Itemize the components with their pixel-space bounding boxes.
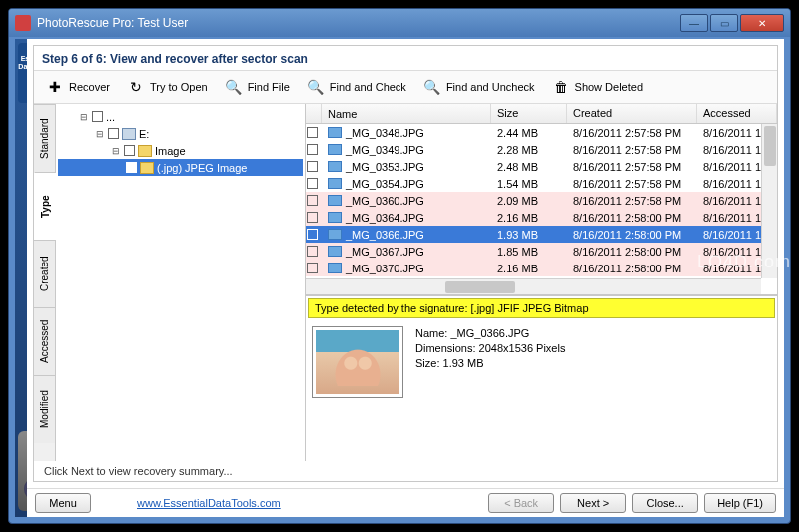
file-created: 8/16/2011 2:57:58 PM xyxy=(567,127,697,139)
checkbox[interactable] xyxy=(108,128,119,139)
scroll-thumb[interactable] xyxy=(764,126,776,166)
window-title: PhotoRescue Pro: Test User xyxy=(37,16,680,30)
file-icon xyxy=(328,127,342,138)
vertical-tabs: Standard Type Created Accessed Modified xyxy=(34,104,56,461)
checkbox[interactable] xyxy=(307,161,318,172)
file-created: 8/16/2011 2:57:58 PM xyxy=(567,144,697,156)
show-deleted-button[interactable]: 🗑 Show Deleted xyxy=(544,74,651,100)
find-uncheck-label: Find and Uncheck xyxy=(446,81,535,93)
col-size[interactable]: Size xyxy=(491,104,567,123)
file-icon xyxy=(328,263,342,273)
try-to-open-button[interactable]: ↻ Try to Open xyxy=(119,74,215,100)
maximize-button[interactable]: ▭ xyxy=(710,14,738,32)
folder-icon xyxy=(138,145,152,157)
app-window: PhotoRescue Pro: Test User — ▭ ✕ Essenti… xyxy=(8,8,791,524)
collapse-icon[interactable]: ⊟ xyxy=(94,129,105,139)
find-and-check-button[interactable]: 🔍 Find and Check xyxy=(299,74,413,100)
show-deleted-icon: 🗑 xyxy=(551,77,571,97)
tree-jpeg-node[interactable]: (.jpg) JPEG Image xyxy=(58,159,303,176)
table-row[interactable]: _MG_0364.JPG2.16 MB8/16/2011 2:58:00 PM8… xyxy=(306,209,777,226)
horizontal-scrollbar[interactable] xyxy=(306,278,761,294)
file-created: 8/16/2011 2:58:00 PM xyxy=(567,229,697,241)
file-created: 8/16/2011 2:57:58 PM xyxy=(567,178,697,190)
titlebar[interactable]: PhotoRescue Pro: Test User — ▭ ✕ xyxy=(9,9,790,37)
checkbox[interactable] xyxy=(126,162,137,173)
find-and-uncheck-button[interactable]: 🔍 Find and Uncheck xyxy=(415,74,542,100)
tree-drive[interactable]: ⊟ E: xyxy=(58,125,303,142)
close-button[interactable]: Close... xyxy=(632,493,698,513)
checkbox[interactable] xyxy=(307,229,318,240)
table-row[interactable]: _MG_0353.JPG2.48 MB8/16/2011 2:57:58 PM8… xyxy=(306,158,777,175)
app-icon xyxy=(15,15,31,31)
checkbox[interactable] xyxy=(307,246,318,257)
table-header[interactable]: Name Size Created Accessed xyxy=(306,104,777,124)
table-row[interactable]: _MG_0349.JPG2.28 MB8/16/2011 2:57:58 PM8… xyxy=(306,141,777,158)
file-created: 8/16/2011 2:58:00 PM xyxy=(567,212,697,224)
tree-root[interactable]: ⊟ ... xyxy=(58,108,303,125)
wizard-step-title: Step 6 of 6: View and recover after sect… xyxy=(34,46,777,71)
col-name[interactable]: Name xyxy=(322,104,491,123)
tab-created[interactable]: Created xyxy=(34,240,55,307)
file-size: 1.85 MB xyxy=(491,246,567,258)
tab-accessed[interactable]: Accessed xyxy=(34,307,55,375)
checkbox[interactable] xyxy=(92,111,103,122)
collapse-icon[interactable]: ⊟ xyxy=(78,112,89,122)
tree-jpeg-label: (.jpg) JPEG Image xyxy=(157,162,247,174)
file-icon xyxy=(328,178,342,189)
minimize-button[interactable]: — xyxy=(680,14,708,32)
table-row[interactable]: _MG_0360.JPG2.09 MB8/16/2011 2:57:58 PM8… xyxy=(306,192,777,209)
file-name: _MG_0353.JPG xyxy=(346,161,424,173)
tree-image-label: Image xyxy=(155,145,186,157)
checkbox[interactable] xyxy=(307,144,318,155)
client-area: Essential Data Tools PhotoRescue Pro Ste… xyxy=(15,39,784,517)
tree-image-folder[interactable]: ⊟ Image xyxy=(58,142,303,159)
col-accessed[interactable]: Accessed xyxy=(697,104,777,123)
website-link[interactable]: www.EssentialDataTools.com xyxy=(137,497,281,509)
window-close-button[interactable]: ✕ xyxy=(740,14,784,32)
next-button[interactable]: Next > xyxy=(560,493,626,513)
file-size: 1.93 MB xyxy=(491,229,567,241)
checkbox[interactable] xyxy=(307,195,318,206)
find-file-button[interactable]: 🔍 Find File xyxy=(217,74,297,100)
table-body[interactable]: _MG_0348.JPG2.44 MB8/16/2011 2:57:58 PM8… xyxy=(306,124,777,294)
file-icon xyxy=(328,161,342,172)
file-name: _MG_0348.JPG xyxy=(346,127,424,139)
back-button[interactable]: < Back xyxy=(488,493,554,513)
file-size: 2.44 MB xyxy=(491,127,567,139)
meta-name: Name: _MG_0366.JPG xyxy=(415,326,565,341)
camera-lens-icon xyxy=(18,431,27,511)
footer: Menu www.EssentialDataTools.com < Back N… xyxy=(27,488,784,517)
tab-type[interactable]: Type xyxy=(34,172,56,240)
scroll-thumb[interactable] xyxy=(445,281,515,293)
file-created: 8/16/2011 2:58:00 PM xyxy=(567,263,697,274)
file-size: 2.28 MB xyxy=(491,144,567,156)
checkbox[interactable] xyxy=(307,263,318,273)
help-button[interactable]: Help (F1) xyxy=(704,493,776,513)
checkbox[interactable] xyxy=(307,178,318,189)
table-row[interactable]: _MG_0348.JPG2.44 MB8/16/2011 2:57:58 PM8… xyxy=(306,124,777,141)
tab-standard[interactable]: Standard xyxy=(34,104,55,172)
checkbox[interactable] xyxy=(307,212,318,223)
folder-tree[interactable]: ⊟ ... ⊟ E: ⊟ xyxy=(56,104,306,461)
file-icon xyxy=(328,229,342,240)
col-created[interactable]: Created xyxy=(567,104,697,123)
try-open-icon: ↻ xyxy=(126,77,146,97)
table-row[interactable]: _MG_0367.JPG1.85 MB8/16/2011 2:58:00 PM8… xyxy=(306,243,777,260)
checkbox[interactable] xyxy=(307,127,318,138)
signature-bar: Type detected by the signature: [.jpg] J… xyxy=(308,298,775,318)
table-row[interactable]: _MG_0366.JPG1.93 MB8/16/2011 2:58:00 PM8… xyxy=(306,226,777,243)
checkbox[interactable] xyxy=(124,145,135,156)
file-name: _MG_0364.JPG xyxy=(346,212,424,224)
find-check-label: Find and Check xyxy=(330,81,406,93)
table-row[interactable]: _MG_0354.JPG1.54 MB8/16/2011 2:57:58 PM8… xyxy=(306,175,777,192)
recover-button[interactable]: ✚ Recover xyxy=(38,74,117,100)
tab-modified[interactable]: Modified xyxy=(34,375,55,443)
file-name: _MG_0349.JPG xyxy=(346,144,424,156)
menu-button[interactable]: Menu xyxy=(35,493,91,513)
file-size: 1.54 MB xyxy=(491,178,567,190)
table-row[interactable]: _MG_0370.JPG2.16 MB8/16/2011 2:58:00 PM8… xyxy=(306,260,777,276)
vertical-scrollbar[interactable] xyxy=(761,124,777,278)
file-table: Name Size Created Accessed _MG_0348.JPG2… xyxy=(306,104,777,295)
file-name: _MG_0366.JPG xyxy=(346,229,424,241)
collapse-icon[interactable]: ⊟ xyxy=(110,146,121,156)
